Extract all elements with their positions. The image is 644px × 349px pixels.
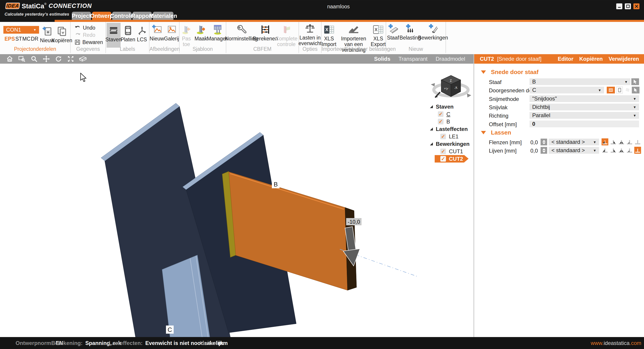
rotate-button[interactable] (52, 54, 64, 64)
spin-down-icon[interactable] (542, 151, 546, 152)
type-mc[interactable]: MC (22, 36, 30, 42)
weld-type-fillet-rear-button[interactable] (610, 147, 617, 154)
lijven-preset-dropdown[interactable]: < standaard >▼ (549, 147, 599, 154)
tree-group-bewerkingen[interactable]: Bewerkingen (428, 140, 475, 148)
undo-button[interactable]: Undo (71, 24, 106, 32)
mode-draadmodel[interactable]: Draadmodel (436, 56, 465, 62)
navigation-cube[interactable]: Z +Y -X (431, 76, 471, 98)
mode-transparant[interactable]: Transparant (398, 56, 428, 62)
expander-icon[interactable] (430, 105, 433, 108)
weld-type-fillet-rear-button[interactable] (610, 138, 617, 146)
weld-type-fillet-front-button[interactable] (626, 138, 633, 146)
filter-plates-button[interactable] (616, 87, 623, 94)
tree-item-b[interactable]: ✓ B (428, 118, 475, 125)
zoom-fit-button[interactable] (64, 54, 77, 64)
labels-lcs-button[interactable]: LCS (136, 23, 148, 48)
new-image-button[interactable]: Nieuw (150, 24, 164, 42)
tab-materialen[interactable]: Materialen (153, 12, 174, 20)
collapse-icon[interactable] (481, 70, 486, 74)
spin-up-icon[interactable] (542, 140, 546, 142)
staaf-dropdown[interactable]: B▼ (530, 78, 630, 85)
new-load-button[interactable]: Belasting (402, 23, 419, 41)
tree-item-c[interactable]: ✓ C (428, 110, 475, 118)
home-view-button[interactable] (4, 54, 16, 64)
minimize-button[interactable] (616, 4, 622, 9)
checkbox-checked[interactable]: ✓ (440, 148, 446, 154)
new-operation-button[interactable]: Bewerkingen (421, 23, 445, 41)
tree-item-le1[interactable]: ✓ LE1 (428, 133, 475, 140)
weld-type-butt-button[interactable] (634, 138, 641, 146)
project-item-dropdown[interactable]: CON1▼ (4, 26, 39, 34)
pick-in-scene-button[interactable] (631, 78, 639, 85)
mode-solids[interactable]: Solids (374, 56, 390, 62)
tree-group-lasteffecten[interactable]: Lasteffecten (428, 125, 475, 133)
clipping-box-button[interactable] (77, 54, 89, 64)
collapse-icon[interactable] (481, 131, 486, 134)
viewport-3d[interactable]: -10,0 B C Z +Y -X (0, 64, 474, 337)
redo-button[interactable]: Redo (71, 32, 106, 38)
tree-item-cut2-selected[interactable]: ✓ CUT2 (435, 155, 464, 162)
tab-project[interactable]: Project (72, 12, 91, 20)
svg-text:X: X (326, 27, 328, 32)
tab-rapport[interactable]: Rapport (132, 12, 152, 20)
checkbox-checked[interactable]: ✓ (438, 119, 444, 124)
checkbox-checked[interactable]: ✓ (438, 111, 444, 117)
code-setup-button[interactable]: Norminstelling (228, 24, 255, 47)
labels-platen-button[interactable]: Platen (122, 23, 134, 48)
filter-grid-button-disabled[interactable] (624, 87, 631, 94)
gallery-button[interactable]: Galerij (164, 24, 178, 42)
template-create-button[interactable]: Maak (194, 24, 208, 47)
delete-operation-button[interactable]: Verwijderen (608, 56, 639, 62)
tab-ontwerp[interactable]: Ontwerp (92, 12, 111, 20)
tab-controle[interactable]: Controle (112, 12, 132, 20)
doorgesneden-door-dropdown[interactable]: C▼ (530, 87, 604, 94)
offset-input[interactable]: 0 (530, 120, 639, 127)
snijvlak-dropdown[interactable]: Dichtbij▼ (530, 104, 639, 110)
spin-up-icon[interactable] (542, 148, 546, 150)
weld-type-both-sides-button[interactable] (602, 138, 608, 146)
template-apply-button[interactable]: Pas toe (180, 24, 193, 47)
pan-button[interactable] (40, 54, 52, 64)
flenzen-stepper[interactable] (540, 138, 547, 146)
editor-button[interactable]: Editor (558, 56, 573, 62)
richting-dropdown[interactable]: Parallel▼ (530, 112, 639, 119)
checkbox-checked[interactable]: ✓ (440, 156, 446, 162)
website-link[interactable]: www.ideastatica.com (591, 340, 641, 346)
zoom-button[interactable] (28, 54, 40, 64)
weld-type-fillet-front-button[interactable] (626, 147, 633, 154)
spin-down-icon[interactable] (542, 142, 546, 144)
complete-check-button[interactable]: Complete controle (276, 24, 297, 47)
section-lassen[interactable]: Lassen (481, 129, 511, 136)
flenzen-value[interactable]: 0,0 (526, 139, 538, 146)
maximize-button[interactable] (625, 4, 631, 9)
flenzen-preset-dropdown[interactable]: < standaard >▼ (549, 138, 599, 146)
type-eps[interactable]: EPS (4, 36, 15, 42)
pick-in-scene-button[interactable] (632, 87, 640, 94)
lijven-value[interactable]: 0,0 (526, 148, 538, 154)
new-member-button[interactable]: Staaf (386, 23, 400, 41)
tree-item-cut1[interactable]: ✓ CUT1 (428, 148, 475, 155)
loads-in-equilibrium-button[interactable]: Lasten in evenwicht (300, 23, 320, 46)
template-manager-button[interactable]: Manager (209, 24, 226, 47)
tree-group-staven[interactable]: Staven (428, 103, 475, 110)
type-st[interactable]: ST (15, 36, 22, 42)
expander-icon[interactable] (430, 128, 433, 130)
zoom-window-button[interactable] (16, 54, 28, 64)
weld-type-butt-button[interactable] (634, 147, 641, 154)
labels-staven-button[interactable]: Staven (106, 23, 120, 48)
weld-type-both-sides-button[interactable] (602, 147, 608, 154)
filter-members-button-active[interactable] (607, 87, 615, 94)
weld-type-double-fillet-button[interactable] (618, 138, 625, 146)
snijmethode-dropdown[interactable]: "Snijdoos"▼ (530, 95, 639, 102)
section-snede-door-staaf[interactable]: Snede door staaf (481, 69, 538, 76)
checkbox-checked[interactable]: ✓ (440, 134, 446, 139)
calculate-button[interactable]: Berekenen (256, 24, 275, 47)
save-button[interactable]: Bewaren (71, 38, 106, 46)
copy-project-item-button[interactable]: Kopiëren (54, 24, 70, 43)
expander-icon[interactable] (430, 142, 433, 146)
type-dr[interactable]: DR (31, 36, 38, 42)
close-button[interactable] (634, 4, 640, 9)
weld-type-double-fillet-button[interactable] (618, 147, 625, 154)
lijven-stepper[interactable] (540, 147, 547, 154)
copy-operation-button[interactable]: Kopiëren (579, 56, 603, 62)
